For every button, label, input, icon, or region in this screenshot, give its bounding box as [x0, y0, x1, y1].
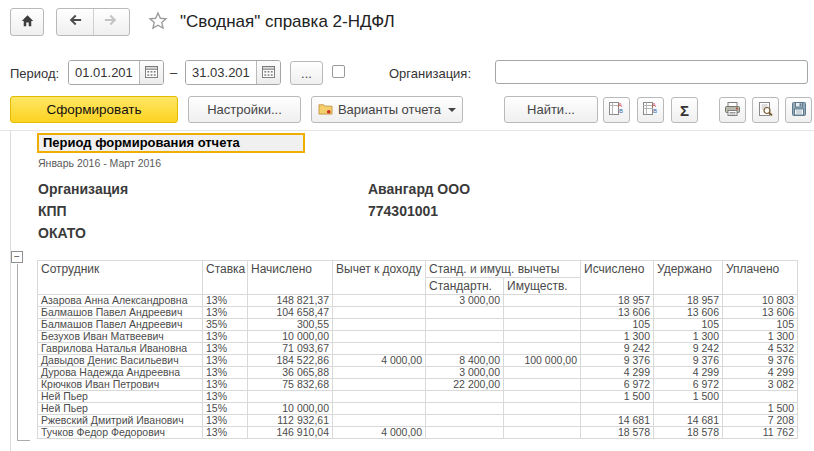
table-cell[interactable]: [426, 391, 504, 403]
table-cell[interactable]: 1 500: [654, 391, 723, 403]
table-cell[interactable]: Крючков Иван Петрович: [38, 379, 203, 391]
table-cell[interactable]: 18 578: [581, 427, 654, 439]
table-cell[interactable]: 1 300: [654, 331, 723, 343]
table-cell[interactable]: 1 500: [723, 403, 798, 415]
find-button[interactable]: Найти...: [504, 96, 598, 123]
table-cell[interactable]: 9 376: [581, 355, 654, 367]
table-cell[interactable]: [426, 343, 504, 355]
table-cell[interactable]: 14 681: [654, 415, 723, 427]
table-cell[interactable]: Тучков Федор Федорович: [38, 427, 203, 439]
table-cell[interactable]: [504, 427, 581, 439]
table-cell[interactable]: 4 000,00: [333, 355, 426, 367]
selected-report-title-cell[interactable]: Период формирования отчета: [37, 133, 305, 153]
table-cell[interactable]: 9 242: [581, 343, 654, 355]
table-cell[interactable]: Ней Пьер: [38, 391, 203, 403]
table-cell[interactable]: 3 082: [723, 379, 798, 391]
table-cell[interactable]: [333, 307, 426, 319]
table-cell[interactable]: Давыдов Денис Васильевич: [38, 355, 203, 367]
table-cell[interactable]: [426, 403, 504, 415]
table-cell[interactable]: 4 299: [581, 367, 654, 379]
table-cell[interactable]: [504, 319, 581, 331]
table-cell[interactable]: 4 299: [723, 367, 798, 379]
table-cell[interactable]: 13 606: [654, 307, 723, 319]
table-cell[interactable]: 1 300: [723, 331, 798, 343]
table-cell[interactable]: 13 606: [723, 307, 798, 319]
organization-input[interactable]: [495, 60, 808, 84]
table-cell[interactable]: 13%: [203, 307, 248, 319]
col-header-property[interactable]: Имуществ.: [504, 278, 581, 295]
table-cell[interactable]: 13 606: [581, 307, 654, 319]
table-cell[interactable]: 13%: [203, 415, 248, 427]
period-variant-button[interactable]: ...: [290, 61, 323, 85]
print-button[interactable]: [719, 97, 746, 123]
table-cell[interactable]: 112 932,61: [248, 415, 333, 427]
table-cell[interactable]: 1 500: [581, 391, 654, 403]
table-cell[interactable]: 14 681: [581, 415, 654, 427]
table-cell[interactable]: 22 200,00: [426, 379, 504, 391]
col-header-accrued[interactable]: Начислено: [248, 261, 333, 295]
table-cell[interactable]: 184 522,86: [248, 355, 333, 367]
col-header-paid[interactable]: Уплачено: [723, 261, 798, 295]
table-cell[interactable]: [504, 343, 581, 355]
table-cell[interactable]: [248, 391, 333, 403]
table-cell[interactable]: 105: [723, 319, 798, 331]
table-cell[interactable]: [426, 319, 504, 331]
col-header-income-deduction[interactable]: Вычет к доходу: [333, 261, 426, 295]
table-cell[interactable]: 13%: [203, 331, 248, 343]
table-cell[interactable]: [504, 331, 581, 343]
col-header-employee[interactable]: Сотрудник: [38, 261, 203, 295]
table-cell[interactable]: 104 658,47: [248, 307, 333, 319]
table-cell[interactable]: [504, 391, 581, 403]
organization-filter-checkbox[interactable]: [332, 65, 345, 78]
table-cell[interactable]: [504, 307, 581, 319]
col-header-standard[interactable]: Стандартн.: [426, 278, 504, 295]
table-cell[interactable]: [333, 331, 426, 343]
home-button[interactable]: [10, 8, 44, 36]
table-cell[interactable]: Азарова Анна Александровна: [38, 295, 203, 307]
table-cell[interactable]: 1 300: [581, 331, 654, 343]
back-button[interactable]: [57, 9, 94, 35]
table-cell[interactable]: 36 065,88: [248, 367, 333, 379]
print-preview-button[interactable]: [752, 97, 779, 123]
table-cell[interactable]: [504, 415, 581, 427]
sum-button[interactable]: Σ: [671, 97, 698, 123]
table-cell[interactable]: [426, 331, 504, 343]
table-cell[interactable]: [581, 403, 654, 415]
table-cell[interactable]: [426, 427, 504, 439]
forward-button[interactable]: [94, 9, 130, 35]
kpp-row[interactable]: КПП 774301001: [38, 203, 67, 219]
date-from-input[interactable]: [69, 61, 139, 84]
table-cell[interactable]: 10 803: [723, 295, 798, 307]
table-cell[interactable]: 13%: [203, 391, 248, 403]
table-cell[interactable]: [333, 295, 426, 307]
table-cell[interactable]: 6 972: [581, 379, 654, 391]
collapse-groups-button[interactable]: AB: [637, 97, 664, 123]
table-cell[interactable]: 13%: [203, 367, 248, 379]
table-cell[interactable]: 7 208: [723, 415, 798, 427]
table-cell[interactable]: 105: [654, 319, 723, 331]
table-cell[interactable]: 18 957: [654, 295, 723, 307]
col-header-rate[interactable]: Ставка: [203, 261, 248, 295]
table-cell[interactable]: [333, 343, 426, 355]
okato-row[interactable]: ОКАТО: [38, 225, 86, 241]
table-cell[interactable]: [504, 295, 581, 307]
table-cell[interactable]: 4 000,00: [333, 427, 426, 439]
table-cell[interactable]: [333, 415, 426, 427]
table-cell[interactable]: 9 376: [654, 355, 723, 367]
col-header-withheld[interactable]: Удержано: [654, 261, 723, 295]
table-cell[interactable]: 8 400,00: [426, 355, 504, 367]
table-cell[interactable]: 300,55: [248, 319, 333, 331]
table-cell[interactable]: 9 242: [654, 343, 723, 355]
table-cell[interactable]: [333, 319, 426, 331]
table-cell[interactable]: [504, 403, 581, 415]
table-cell[interactable]: [504, 367, 581, 379]
table-cell[interactable]: 71 093,67: [248, 343, 333, 355]
table-cell[interactable]: [654, 403, 723, 415]
table-cell[interactable]: Ржевский Дмитрий Иванович: [38, 415, 203, 427]
table-cell[interactable]: 100 000,00: [504, 355, 581, 367]
table-cell[interactable]: Дурова Надежда Андреевна: [38, 367, 203, 379]
col-header-calculated[interactable]: Исчислено: [581, 261, 654, 295]
table-cell[interactable]: Ней Пьер: [38, 403, 203, 415]
table-cell[interactable]: 9 376: [723, 355, 798, 367]
table-cell[interactable]: Безухов Иван Матвеевич: [38, 331, 203, 343]
